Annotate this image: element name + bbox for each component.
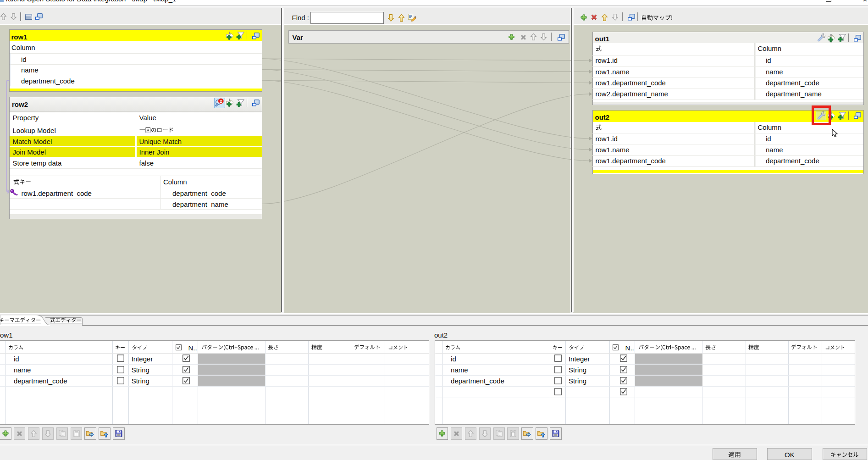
svg-text:2: 2 <box>220 99 222 104</box>
